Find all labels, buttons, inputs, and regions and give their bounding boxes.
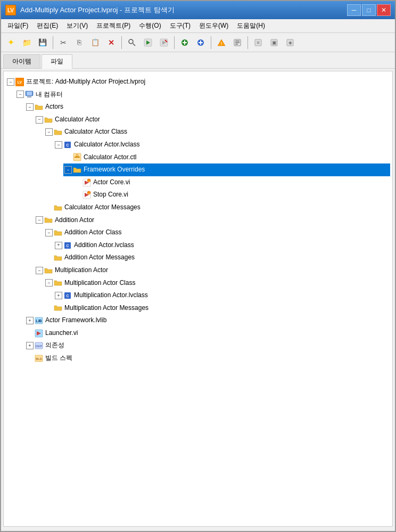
tree-row-calc-actor[interactable]: − Calculator Actor — [35, 113, 390, 126]
run-button[interactable] — [141, 35, 155, 50]
delete-button[interactable]: ✕ — [104, 35, 119, 50]
tree-row-mult-actor-class[interactable]: − Multiplication Actor Class — [44, 277, 390, 290]
tree-row-computer[interactable]: − 내 컴퓨터 — [15, 88, 390, 101]
search-button[interactable] — [125, 35, 139, 50]
add-files-button[interactable] — [193, 35, 208, 50]
status-bar — [1, 529, 395, 531]
calc-actor-lvclass-children: Calculator Actor.ctl — [63, 151, 390, 201]
tree-row-addition-actor-class[interactable]: − Addition Actor Class — [44, 226, 390, 239]
cut-button[interactable]: ✂ — [56, 35, 71, 50]
toolbar-extra1[interactable]: ≡ — [251, 35, 266, 50]
content-area[interactable]: − LV 프로젝트: Add-Multiply Actor Project.lv… — [3, 71, 393, 527]
tree-row-actor-core-vi[interactable]: ↩ Actor Core.vi — [73, 176, 390, 189]
svg-text:DEP: DEP — [36, 345, 42, 348]
node-launcher-vi: Launcher.vi — [25, 327, 390, 340]
menu-help[interactable]: 도움말(H) — [233, 20, 269, 31]
menu-tools[interactable]: 도구(T) — [166, 20, 195, 31]
copy-button[interactable]: ⎘ — [72, 35, 87, 50]
menu-view[interactable]: 보기(V) — [62, 20, 92, 31]
menu-project[interactable]: 프로젝트(P) — [92, 20, 135, 31]
toolbar-extra3[interactable]: ◈ — [283, 35, 298, 50]
tree-row-fw-overrides[interactable]: − — [63, 163, 390, 176]
tree-row-mult-actor-messages[interactable]: Multiplication Actor Messages — [44, 302, 390, 315]
tree-row-addition-actor-lvclass[interactable]: + C — [54, 239, 390, 252]
expand-mult-actor-lvclass[interactable]: + — [55, 292, 62, 299]
menu-file[interactable]: 파일(F) — [3, 20, 32, 31]
warning-button[interactable]: ! — [214, 35, 229, 50]
expand-calc-actor[interactable]: − — [36, 116, 43, 124]
addition-actor-class-folder-icon — [54, 228, 62, 237]
expand-calc-actor-class[interactable]: − — [45, 128, 53, 136]
expand-addition-actor-lvclass[interactable]: + — [55, 242, 62, 249]
tree-row-calc-actor-class[interactable]: − Calculator Actor Class — [44, 126, 390, 138]
tree-row-build-spec[interactable]: BLD 빌드 스펙 — [25, 352, 390, 365]
node-calc-actor-ctl: Calculator Actor.ctl — [63, 151, 390, 164]
expand-actor-framework-lib[interactable]: + — [26, 317, 34, 324]
tree-row-launcher-vi[interactable]: Launcher.vi — [25, 327, 390, 340]
spacer-launcher — [26, 330, 34, 337]
calc-messages-label: Calculator Actor Messages — [64, 202, 141, 214]
menu-edit[interactable]: 편집(E) — [32, 20, 62, 31]
spacer-build-spec — [26, 355, 34, 362]
actor-framework-lib-label: Actor Framework.lvlib — [45, 315, 106, 326]
new-button[interactable]: ✦ — [3, 35, 18, 50]
expand-mult-actor[interactable]: − — [36, 267, 43, 274]
extra3-icon: ◈ — [286, 38, 294, 47]
expand-computer[interactable]: − — [16, 91, 24, 98]
open-button[interactable]: 📁 — [19, 35, 34, 50]
node-addition-actor-class: − Addition Actor Class — [44, 226, 390, 251]
actor-core-vi-label: Actor Core.vi — [93, 177, 130, 189]
tab-files[interactable]: 파일 — [42, 54, 72, 69]
add-item-icon — [180, 38, 189, 47]
spacer-actor-core — [74, 179, 81, 186]
copy-icon: ⎘ — [77, 38, 81, 46]
expand-mult-actor-class[interactable]: − — [45, 279, 53, 287]
tree-row-addition-actor-messages[interactable]: Addition Actor Messages — [44, 251, 390, 264]
expand-dependencies[interactable]: + — [26, 342, 34, 349]
svg-text:◈: ◈ — [288, 40, 292, 45]
menu-run[interactable]: 수행(O) — [135, 20, 165, 31]
expand-project[interactable]: − — [7, 78, 14, 86]
tree-row-dependencies[interactable]: + DEP 의존성 — [25, 339, 390, 352]
tree-row-calc-actor-messages[interactable]: Calculator Actor Messages — [44, 201, 390, 214]
expand-actors[interactable]: − — [26, 103, 34, 111]
node-calc-actor-messages: Calculator Actor Messages — [44, 201, 390, 214]
addition-actor-lvclass-label: Addition Actor.lvclass — [74, 240, 134, 251]
tree-row-actors[interactable]: − Actors — [25, 101, 390, 113]
mult-actor-lvclass-icon: C — [63, 291, 72, 300]
maximize-button[interactable]: □ — [362, 4, 376, 16]
tree-row-addition-actor[interactable]: − Addition Actor — [35, 214, 390, 227]
run-abort-button[interactable] — [156, 35, 171, 50]
node-actors: − Actors — [25, 101, 390, 314]
tree-row-calc-actor-lvclass[interactable]: − C — [54, 138, 390, 151]
add-item-button[interactable] — [177, 35, 192, 50]
tree-row-project[interactable]: − LV 프로젝트: Add-Multiply Actor Project.lv… — [6, 76, 390, 88]
node-stop-core-vi: ↩ Stop Core.vi — [73, 189, 390, 201]
addition-actor-children: − Addition Actor Class — [44, 226, 390, 264]
tree-row-mult-actor-lvclass[interactable]: + C — [54, 289, 390, 302]
build-button[interactable] — [230, 35, 245, 50]
tree-row-mult-actor[interactable]: − Multiplication Actor — [35, 264, 390, 277]
menu-window[interactable]: 윈도우(W) — [195, 20, 233, 31]
main-window: LV Add-Multiply Actor Project.lvproj - 프… — [0, 0, 396, 532]
save-button[interactable]: 💾 — [35, 35, 50, 50]
toolbar: ✦ 📁 💾 ✂ ⎘ 📋 ✕ — [1, 33, 395, 52]
expand-addition-actor-class[interactable]: − — [45, 229, 53, 236]
tree-row-stop-core-vi[interactable]: ↩ Stop Core.vi — [73, 189, 390, 201]
separator-5 — [248, 36, 248, 49]
node-addition-actor: − Addition Actor — [35, 214, 390, 264]
tree-row-calc-actor-ctl[interactable]: Calculator Actor.ctl — [63, 151, 390, 164]
expand-addition-actor[interactable]: − — [36, 216, 43, 224]
mult-actor-class-label: Multiplication Actor Class — [64, 277, 135, 289]
tab-items[interactable]: 아이템 — [3, 54, 40, 68]
minimize-button[interactable]: ─ — [347, 4, 361, 16]
addition-actor-label: Addition Actor — [55, 215, 94, 226]
expand-fw-overrides[interactable]: − — [64, 166, 72, 174]
expand-calc-actor-lvclass[interactable]: − — [55, 141, 62, 149]
paste-button[interactable]: 📋 — [88, 35, 103, 50]
node-mult-actor: − Multiplication Actor — [35, 264, 390, 314]
tree-row-actor-framework-lib[interactable]: + LIB Actor Framework.lvlib — [25, 314, 390, 327]
toolbar-extra2[interactable]: ▣ — [267, 35, 282, 50]
close-button[interactable]: ✕ — [377, 4, 391, 16]
calc-actor-ctl-label: Calculator Actor.ctl — [84, 152, 136, 163]
